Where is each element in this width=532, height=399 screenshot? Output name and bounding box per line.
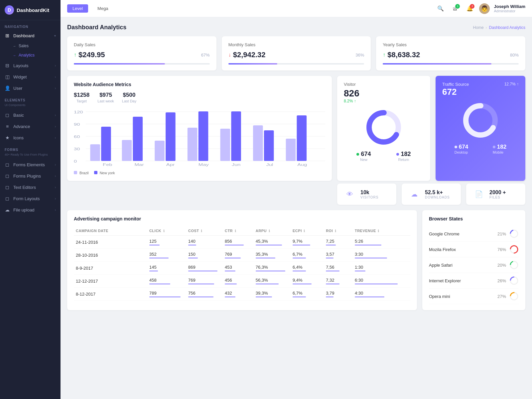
visitor-donut-svg — [364, 107, 404, 147]
visitors-label: VISITORS — [360, 196, 379, 199]
svg-rect-20 — [199, 111, 208, 161]
browser-card: Browser States Google Chrome 21% Mozila … — [422, 210, 525, 310]
table-cell-bar — [225, 245, 244, 245]
alert-badge: 2 — [470, 4, 474, 9]
table-cell-bar — [293, 284, 312, 284]
forms-plugins-chevron-icon: › — [55, 174, 56, 178]
table-cell: 24-11-2016 — [74, 236, 147, 249]
forms-section-label: FORMS — [0, 143, 61, 153]
browser-percent: 20% — [497, 263, 506, 268]
sidebar-item-widget[interactable]: ◫ Widget › — [0, 71, 61, 82]
page-title: Dashboard Analytics — [67, 24, 126, 31]
metrics-stat-lastday: $500 Last Day — [122, 92, 136, 103]
col-trevenue: TREVENUE ℹ — [353, 226, 410, 236]
svg-text:Jun: Jun — [232, 163, 240, 167]
traffic-growth: 12.7% ↑ — [504, 82, 519, 86]
table-cell: 28-10-2016 — [74, 249, 147, 262]
monthly-progress-fill — [228, 63, 277, 65]
table-cell-bar — [355, 271, 365, 271]
metrics-card: Website Audience Metrics $1258 Target $9… — [67, 76, 332, 181]
visitor-return-stat: 182 Return — [396, 151, 411, 162]
dashboard-icon: ⊞ — [5, 33, 10, 38]
layouts-chevron-icon: › — [55, 64, 56, 67]
alert-icon[interactable]: 🔔 2 — [465, 3, 475, 14]
sidebar-item-text-editors[interactable]: ◻ Text Editors › — [0, 182, 61, 193]
visitor-card: Visitor 826 8.2% ↑ 674 — [337, 76, 430, 181]
widget-chevron-icon: › — [55, 75, 56, 79]
table-cell-bar — [225, 258, 241, 258]
form-layouts-chevron-icon: › — [55, 197, 56, 200]
sidebar-item-form-layouts[interactable]: ◻ Form Layouts › — [0, 193, 61, 204]
legend-newyork: New york — [94, 171, 115, 175]
daily-arrow-up-icon: ↑ — [74, 52, 76, 58]
topbar: Level Mega 🔍 🛎 1 🔔 2 👨 Joseph William Ad… — [61, 0, 532, 17]
sidebar-item-icons[interactable]: ★ Icons › — [0, 132, 61, 143]
widget-icon: ◫ — [5, 74, 10, 79]
logo-text: DashboardKit — [17, 7, 49, 13]
browser-percent: 21% — [497, 231, 506, 236]
sidebar-item-file-upload[interactable]: ☁ File upload › — [0, 204, 61, 215]
icons-icon: ★ — [5, 135, 10, 140]
monthly-sales-value: ↓ $2,942.32 — [228, 51, 266, 59]
sidebar-item-analytics[interactable]: → Analytics — [0, 51, 61, 60]
sidebar-item-advance[interactable]: ≡ Advance › — [0, 121, 61, 132]
table-cell: 4:30 — [353, 288, 410, 301]
svg-rect-23 — [231, 111, 241, 161]
elements-section-sub: UI Components — [0, 103, 61, 109]
sidebar-item-user[interactable]: 👤 User › — [0, 82, 61, 94]
table-cell: 6,7% — [291, 249, 324, 262]
traffic-donut-svg — [461, 100, 500, 140]
browser-right: 27% — [497, 292, 519, 301]
table-cell: 8-9-2017 — [74, 262, 147, 275]
table-cell: 145 — [147, 262, 186, 275]
breadcrumb-home[interactable]: Home — [473, 25, 484, 30]
sidebar-item-forms-elements[interactable]: ◻ Forms Elements › — [0, 159, 61, 170]
svg-rect-29 — [297, 115, 307, 161]
table-cell: 7,32 — [324, 275, 353, 288]
table-cell-bar — [225, 271, 235, 271]
desktop-dot-icon — [455, 146, 457, 148]
tab-level[interactable]: Level — [67, 4, 88, 13]
search-icon[interactable]: 🔍 — [435, 3, 446, 14]
downloads-cloud-icon: ☁ — [408, 188, 420, 200]
visitor-donut — [344, 107, 424, 147]
yearly-sales-percent: 80% — [510, 53, 519, 58]
svg-text:Apr: Apr — [166, 163, 175, 167]
daily-progress-fill — [74, 63, 165, 65]
table-cell: 45,3% — [254, 236, 291, 249]
browser-percent: 26% — [497, 278, 506, 283]
breadcrumb: Home › Dashboard Analytics — [473, 25, 525, 30]
tab-mega[interactable]: Mega — [92, 4, 114, 13]
svg-rect-28 — [286, 139, 296, 161]
user-icon: 👤 — [5, 85, 10, 91]
table-cell-bar — [293, 245, 310, 245]
visitor-new-stat: 674 New — [356, 151, 371, 162]
files-val: 2000 + — [489, 190, 506, 196]
sidebar-item-basic[interactable]: ◻ Basic › — [0, 109, 61, 121]
traffic-header: Traffic Source 672 12.7% ↑ — [442, 82, 519, 97]
text-editors-icon: ◻ — [5, 185, 10, 190]
svg-text:Feb: Feb — [103, 163, 112, 167]
yearly-arrow-up-icon: ↑ — [383, 52, 385, 58]
files-doc-icon: 📄 — [473, 188, 485, 200]
sidebar-item-forms-plugins[interactable]: ◻ Forms Plugins › — [0, 170, 61, 182]
monthly-sales-title: Monthly Sales — [228, 42, 364, 47]
table-cell-bar — [355, 297, 384, 297]
svg-rect-17 — [166, 112, 176, 161]
sidebar-item-layouts[interactable]: ⊟ Layouts › — [0, 60, 61, 71]
nav-section-label: NAVIGATION — [0, 20, 61, 30]
table-cell-bar — [188, 245, 196, 245]
table-cell-bar — [149, 271, 158, 271]
table-cell-bar — [293, 297, 306, 297]
svg-rect-22 — [220, 129, 230, 161]
avatar[interactable]: 👨 — [479, 3, 490, 14]
col-cost: COST ℹ — [186, 226, 223, 236]
forms-plugins-icon: ◻ — [5, 173, 10, 179]
browser-row: Mozila Firefox 76% — [429, 242, 519, 257]
sidebar-item-dashboard[interactable]: ⊞ Dashboard ▾ — [0, 30, 61, 41]
notification-bell-icon[interactable]: 🛎 1 — [450, 3, 461, 14]
sidebar-item-sales[interactable]: → Sales — [0, 41, 61, 51]
daily-sales-value: ↑ $249.95 — [74, 51, 105, 59]
table-row: 24-11-201612514085645,3%9,7%7,255:26 — [74, 236, 410, 249]
browser-title: Browser States — [429, 216, 519, 221]
